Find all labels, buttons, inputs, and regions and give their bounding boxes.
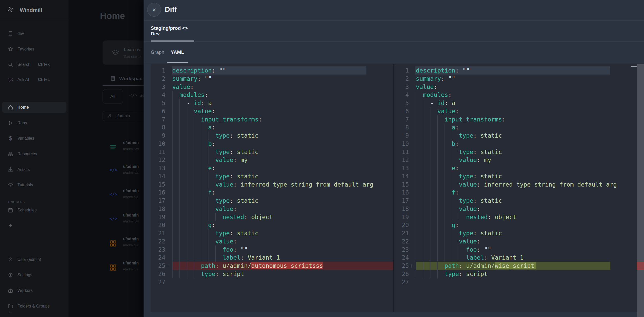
code-line[interactable]: 22value: — [394, 237, 637, 246]
indent-guide — [201, 180, 201, 189]
sidebar-item-schedules[interactable]: Schedules — [2, 205, 66, 216]
collapse-sidebar-icon[interactable]: ← — [7, 308, 13, 315]
code-line[interactable]: 2summary: "" — [151, 75, 393, 83]
indent-guide — [179, 180, 180, 189]
tab-graph[interactable]: Graph — [151, 42, 164, 63]
indent-guide — [187, 253, 187, 262]
code-line[interactable]: 11type: static — [151, 148, 393, 156]
indent-guide — [423, 131, 423, 140]
sidebar-item-runs[interactable]: Runs — [2, 118, 66, 128]
indent-guide — [179, 140, 180, 148]
code-line[interactable]: 15value: inferred type string from defau… — [394, 180, 637, 189]
indent-guide — [194, 197, 194, 205]
tab-staging-prod-dev[interactable]: Staging/prod <> Dev — [151, 20, 194, 42]
code-text: type: static — [215, 131, 258, 140]
code-line[interactable]: 9type: static — [394, 131, 637, 140]
script-icon: </> — [109, 216, 117, 223]
code-line[interactable]: 18value: — [151, 205, 393, 213]
code-line[interactable]: 12value: my — [151, 156, 393, 164]
code-line[interactable]: 4modules: — [394, 91, 637, 99]
indent-guide — [187, 246, 187, 254]
sidebar-item-add-trigger[interactable]: + — [2, 220, 66, 231]
code-line[interactable]: 9type: static — [151, 131, 393, 140]
code-line[interactable]: 25+path: u/admin/wise_script — [394, 262, 637, 270]
indent-guide — [423, 246, 423, 254]
code-line[interactable]: 27 — [151, 278, 393, 286]
code-line[interactable]: 16f: — [394, 188, 637, 197]
code-line[interactable]: 13e: — [151, 164, 393, 172]
sidebar-item-resources[interactable]: Resources — [2, 149, 66, 159]
code-line[interactable]: 13e: — [394, 164, 637, 172]
code-line[interactable]: 19nested: object — [394, 213, 637, 221]
code-line[interactable]: 5- id: a — [151, 99, 393, 107]
code-line[interactable]: 10b: — [394, 140, 637, 148]
code-line[interactable]: 11type: static — [394, 148, 637, 156]
item-title: u/admin — [123, 164, 139, 169]
code-line[interactable]: 24label: Variant 1 — [394, 253, 637, 262]
added-line-sign: + — [409, 262, 413, 270]
code-line[interactable]: 7input_transforms: — [151, 115, 393, 124]
code-line[interactable]: 26type: script — [151, 270, 393, 278]
app-icon — [109, 264, 117, 271]
sidebar-item-user[interactable]: User (admin) — [2, 254, 66, 265]
close-icon[interactable]: × — [147, 3, 161, 17]
diff-editor-modified[interactable]: 1description: ""2summary: ""3value:4modu… — [394, 64, 637, 312]
code-line[interactable]: 14type: static — [151, 172, 393, 180]
code-line[interactable]: 8a: — [151, 123, 393, 131]
indent-guide — [416, 213, 416, 221]
code-line[interactable]: 25−path: u/admin/autonomous_scriptsss — [151, 262, 393, 270]
code-line[interactable]: 22value: — [151, 237, 393, 246]
indent-guide — [452, 172, 452, 180]
code-line[interactable]: 19nested: object — [151, 213, 393, 221]
sidebar-item-search[interactable]: SearchCtrl+k — [2, 59, 66, 70]
code-line[interactable]: 17type: static — [394, 197, 637, 205]
code-line[interactable]: 6value: — [151, 107, 393, 115]
code-line[interactable]: 17type: static — [151, 197, 393, 205]
code-line[interactable]: 3value: — [151, 83, 393, 91]
code-line[interactable]: 26type: script — [394, 270, 637, 278]
code-line[interactable]: 4modules: — [151, 91, 393, 99]
code-line[interactable]: 3value: — [394, 83, 637, 91]
code-line[interactable]: 5- id: a — [394, 99, 637, 107]
code-line[interactable]: 15value: inferred type string from defau… — [151, 180, 393, 189]
code-line[interactable]: 20g: — [394, 221, 637, 229]
code-line[interactable]: 2summary: "" — [394, 75, 637, 83]
code-line[interactable]: 8a: — [394, 123, 637, 131]
sidebar-item-dev[interactable]: dev — [2, 28, 66, 39]
code-line[interactable]: 21type: static — [151, 229, 393, 237]
sidebar-item-settings[interactable]: Settings — [2, 270, 66, 280]
item-title: u/admin — [123, 213, 139, 218]
code-line[interactable]: 24label: Variant 1 — [151, 253, 393, 262]
indent-guide — [437, 213, 438, 221]
code-text: value: — [215, 237, 237, 246]
indent-guide — [215, 213, 216, 221]
code-line[interactable]: 20g: — [151, 221, 393, 229]
code-line[interactable]: 23foo: "" — [394, 246, 637, 254]
tab-yaml[interactable]: YAML — [167, 42, 188, 63]
indent-guide — [430, 262, 430, 270]
code-line[interactable]: 10b: — [151, 140, 393, 148]
code-line[interactable]: 6value: — [394, 107, 637, 115]
indent-guide — [423, 123, 423, 131]
sidebar-item-assets[interactable]: Assets — [2, 164, 66, 175]
indent-guide — [437, 148, 438, 156]
sidebar-item-workers[interactable]: Workers — [2, 285, 66, 296]
code-line[interactable]: 21type: static — [394, 229, 637, 237]
diff-editor-original[interactable]: 1description: ""2summary: ""3value:4modu… — [151, 64, 393, 312]
sidebar-item-favorites[interactable]: Favorites — [2, 44, 66, 55]
sidebar-item-tutorials[interactable]: Tutorials — [2, 180, 66, 190]
code-line[interactable]: 1description: "" — [394, 66, 637, 75]
code-line[interactable]: 7input_transforms: — [394, 115, 637, 124]
code-line[interactable]: 14type: static — [394, 172, 637, 180]
code-line[interactable]: 16f: — [151, 188, 393, 197]
code-line[interactable]: 23foo: "" — [151, 246, 393, 254]
code-line[interactable]: 18value: — [394, 205, 637, 213]
indent-guide — [172, 180, 173, 189]
sidebar-item-ask-ai[interactable]: Ask AICtrl+L — [2, 74, 66, 85]
drawer-scrollbar[interactable] — [637, 64, 644, 317]
sidebar-item-variables[interactable]: $Variables — [2, 133, 66, 144]
code-line[interactable]: 27 — [394, 278, 637, 286]
sidebar-item-home[interactable]: Home — [2, 102, 66, 113]
code-line[interactable]: 12value: my — [394, 156, 637, 164]
code-line[interactable]: 1description: "" — [151, 66, 393, 75]
